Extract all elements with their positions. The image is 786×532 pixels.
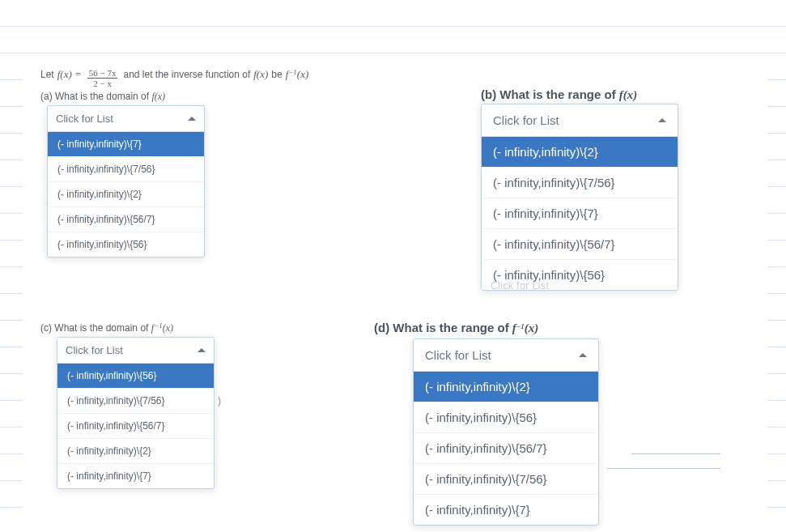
dropdown-option[interactable]: (- infinity,infinity)\{7/56} [414,463,598,494]
intro-mid: and let the inverse function of [123,69,250,80]
dropdown-option[interactable]: (- infinity,infinity)\{2} [57,438,214,463]
dropdown-c-placeholder: Click for List [66,344,123,356]
dropdown-option[interactable]: (- infinity,infinity)\{56} [48,232,204,257]
frac-denominator: 2 − x [91,79,113,88]
dropdown-option[interactable]: (- infinity,infinity)\{56/7} [48,206,204,232]
qd-fx: f−1(x) [512,321,538,334]
question-a-label: (a) What is the domain of f(x) [40,91,165,103]
dropdown-d-placeholder: Click for List [425,348,491,362]
caret-up-icon [188,117,196,121]
qa-text: (a) What is the domain of [40,91,151,102]
question-d-label: (d) What is the range of f−1(x) [374,321,538,335]
dropdown-option[interactable]: (- infinity,infinity)\{2} [48,181,204,206]
caret-up-icon [579,353,587,357]
dropdown-a-options: (- infinity,infinity)\{7} (- infinity,in… [48,132,204,257]
question-intro: Let f(x) = 56 − 7x 2 − x and let the inv… [40,68,308,90]
dropdown-option[interactable]: (- infinity,infinity)\{7} [57,463,214,488]
dropdown-option[interactable]: (- infinity,infinity)\{2} [414,372,598,402]
dropdown-option[interactable]: (- infinity,infinity)\{7/56} [48,156,204,181]
dropdown-c-header[interactable]: Click for List [57,338,214,364]
qb-fx: f(x) [619,88,638,101]
intro-be: be [271,69,282,80]
question-b-label: (b) What is the range of f(x) [481,87,637,102]
intro-fx2: f(x) [253,68,268,81]
dropdown-c[interactable]: Click for List (- infinity,infinity)\{56… [57,337,215,489]
dropdown-b-header[interactable]: Click for List [482,104,678,137]
intro-fraction: 56 − 7x 2 − x [87,68,118,88]
dropdown-d-header[interactable]: Click for List [414,339,598,372]
ghost-text: Click for List [491,280,549,292]
dropdown-option[interactable]: (- infinity,infinity)\{56/7} [414,432,598,463]
dropdown-b-options: (- infinity,infinity)\{2} (- infinity,in… [482,137,678,290]
finv-tail: (x) [297,68,308,80]
dropdown-option[interactable]: (- infinity,infinity)\{7} [48,132,204,156]
dropdown-c-options: (- infinity,infinity)\{56} (- infinity,i… [57,364,214,488]
dropdown-option[interactable]: (- infinity,infinity)\{56} [414,402,598,432]
finv-exp: −1 [288,68,297,76]
caret-up-icon [658,118,666,122]
dropdown-a[interactable]: Click for List (- infinity,infinity)\{7}… [47,105,205,257]
qc-text: (c) What is the domain of [40,322,151,334]
qc-fx: f−1(x) [151,322,173,334]
dropdown-b-placeholder: Click for List [493,113,559,127]
dropdown-option[interactable]: (- infinity,infinity)\{56/7} [482,228,678,259]
marker-line [631,453,720,454]
qa-fx: f(x) [151,91,165,102]
dropdown-d[interactable]: Click for List (- infinity,infinity)\{2}… [413,338,599,526]
dropdown-option[interactable]: (- infinity,infinity)\{7} [482,198,678,228]
intro-let: Let [40,69,54,80]
dropdown-b[interactable]: Click for List (- infinity,infinity)\{2}… [481,104,678,291]
dropdown-option[interactable]: (- infinity,infinity)\{2} [482,137,678,167]
qd-text: (d) What is the range of [374,321,512,334]
dropdown-d-options: (- infinity,infinity)\{2} (- infinity,in… [414,372,598,525]
dropdown-a-placeholder: Click for List [56,113,113,125]
frac-numerator: 56 − 7x [87,68,118,79]
stray-paren: ) [218,395,221,406]
dropdown-option[interactable]: (- infinity,infinity)\{56} [57,364,214,388]
dropdown-option[interactable]: (- infinity,infinity)\{7/56} [482,167,678,198]
caret-up-icon [198,348,206,352]
dropdown-a-header[interactable]: Click for List [48,106,204,132]
dropdown-option[interactable]: (- infinity,infinity)\{56/7} [57,413,214,438]
intro-finv: f−1(x) [286,68,309,81]
qb-text: (b) What is the range of [481,87,619,101]
intro-fx: f(x) = [57,68,82,81]
page: Let f(x) = 56 − 7x 2 − x and let the inv… [0,0,786,532]
dropdown-option[interactable]: (- infinity,infinity)\{7} [414,494,598,525]
marker-line [607,468,720,469]
dropdown-option[interactable]: (- infinity,infinity)\{7/56} [57,388,214,413]
question-c-label: (c) What is the domain of f−1(x) [40,322,173,334]
